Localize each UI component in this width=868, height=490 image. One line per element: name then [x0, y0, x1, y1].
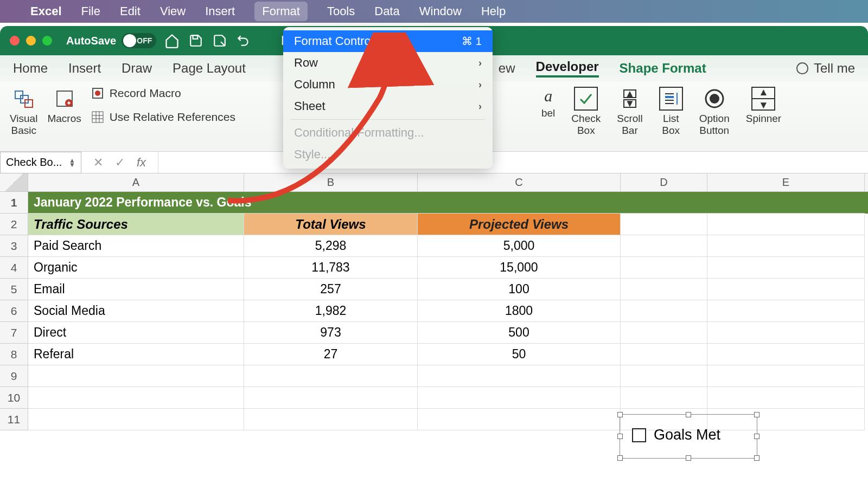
cell-b5[interactable]: 257: [244, 279, 418, 300]
row-header-7[interactable]: 7: [0, 322, 28, 344]
cell-d3[interactable]: [621, 235, 707, 257]
menu-tools[interactable]: Tools: [327, 4, 355, 18]
cell-d7[interactable]: [621, 322, 707, 344]
undo-icon[interactable]: [235, 33, 252, 49]
tab-view-truncated[interactable]: ew: [499, 61, 515, 76]
cell-b7[interactable]: 973: [244, 322, 418, 344]
cell-d1[interactable]: [621, 192, 707, 214]
label-control-truncated[interactable]: a bel: [541, 87, 555, 119]
tab-page-layout[interactable]: Page Layout: [173, 61, 246, 76]
tab-shape-format[interactable]: Shape Format: [620, 61, 706, 76]
menu-help[interactable]: Help: [481, 4, 506, 18]
cell-e2[interactable]: [707, 214, 865, 235]
col-header-d[interactable]: D: [621, 173, 707, 191]
cell-a7[interactable]: Direct: [28, 322, 244, 344]
cell-a6[interactable]: Social Media: [28, 300, 244, 322]
cell-d8[interactable]: [621, 344, 707, 365]
app-name[interactable]: Excel: [30, 4, 62, 18]
cell-a4[interactable]: Organic: [28, 257, 244, 279]
menuitem-sheet[interactable]: Sheet›: [283, 95, 493, 117]
cell-b3[interactable]: 5,298: [244, 235, 418, 257]
scrollbar-control-button[interactable]: ▲▼ Scroll Bar: [617, 87, 643, 137]
save-as-icon[interactable]: [212, 33, 228, 49]
name-box[interactable]: Check Bo... ▲▼: [0, 152, 81, 173]
tab-draw[interactable]: Draw: [122, 61, 152, 76]
cell-d2[interactable]: [621, 214, 707, 235]
menuitem-row[interactable]: Row›: [283, 52, 493, 74]
window-minimize-button[interactable]: [26, 36, 36, 46]
cell-d6[interactable]: [621, 300, 707, 322]
record-macro-button[interactable]: Record Macro: [91, 87, 235, 100]
accept-formula-icon[interactable]: ✓: [115, 156, 125, 170]
cell-e3[interactable]: [707, 235, 865, 257]
col-header-b[interactable]: B: [244, 173, 418, 191]
cell-c2[interactable]: Projected Views: [418, 214, 621, 235]
cell-b8[interactable]: 27: [244, 344, 418, 365]
cell-a1-title[interactable]: January 2022 Performance vs. Goals: [28, 192, 621, 214]
use-relative-references-button[interactable]: Use Relative References: [91, 111, 235, 124]
tab-insert[interactable]: Insert: [68, 61, 101, 76]
row-header-8[interactable]: 8: [0, 344, 28, 365]
checkbox-control-button[interactable]: Check Box: [571, 87, 601, 137]
visual-basic-button[interactable]: Visual Basic: [10, 87, 37, 137]
menu-data[interactable]: Data: [374, 4, 399, 18]
cell-a3[interactable]: Paid Search: [28, 235, 244, 257]
row-header-3[interactable]: 3: [0, 235, 28, 257]
tab-developer[interactable]: Developer: [536, 59, 599, 78]
row-header-10[interactable]: 10: [0, 387, 28, 409]
cell-c8[interactable]: 50: [418, 344, 621, 365]
tell-me[interactable]: Tell me: [796, 61, 855, 76]
cell-c5[interactable]: 100: [418, 279, 621, 300]
cell-c4[interactable]: 15,000: [418, 257, 621, 279]
home-icon[interactable]: [164, 33, 180, 49]
menuitem-column[interactable]: Column›: [283, 74, 493, 95]
col-header-a[interactable]: A: [28, 173, 244, 191]
row-header-11[interactable]: 11: [0, 409, 28, 430]
row-header-6[interactable]: 6: [0, 300, 28, 322]
menuitem-format-control[interactable]: Format Control... ⌘ 1: [283, 30, 493, 52]
cell-e7[interactable]: [707, 322, 865, 344]
cell-b2[interactable]: Total Views: [244, 214, 418, 235]
fx-icon[interactable]: fx: [137, 156, 146, 170]
row-header-9[interactable]: 9: [0, 365, 28, 387]
cell-e6[interactable]: [707, 300, 865, 322]
cell-e1[interactable]: [707, 192, 865, 214]
cell-a5[interactable]: Email: [28, 279, 244, 300]
cell-a2[interactable]: Traffic Sources: [28, 214, 244, 235]
menu-format[interactable]: Format: [254, 2, 308, 21]
cell-b4[interactable]: 11,783: [244, 257, 418, 279]
menu-window[interactable]: Window: [419, 4, 462, 18]
cell-d5[interactable]: [621, 279, 707, 300]
cancel-formula-icon[interactable]: ✕: [93, 156, 103, 170]
window-close-button[interactable]: [10, 36, 20, 46]
row-header-5[interactable]: 5: [0, 279, 28, 300]
option-control-button[interactable]: Option Button: [699, 87, 730, 137]
cell-b6[interactable]: 1,982: [244, 300, 418, 322]
select-all-corner[interactable]: [0, 173, 28, 191]
listbox-control-button[interactable]: List Box: [659, 87, 683, 137]
macros-button[interactable]: Macros: [47, 87, 81, 125]
menu-edit[interactable]: Edit: [120, 4, 141, 18]
cell-c7[interactable]: 500: [418, 322, 621, 344]
cell-e5[interactable]: [707, 279, 865, 300]
menu-file[interactable]: File: [81, 4, 100, 18]
menu-insert[interactable]: Insert: [205, 4, 235, 18]
cell-e4[interactable]: [707, 257, 865, 279]
checkbox-form-control[interactable]: Goals Met: [620, 414, 757, 459]
autosave-toggle[interactable]: AutoSave OFF: [66, 33, 156, 48]
window-zoom-button[interactable]: [42, 36, 52, 46]
checkbox-box-icon[interactable]: [632, 428, 646, 442]
formula-input[interactable]: [158, 152, 868, 173]
save-icon[interactable]: [188, 33, 204, 49]
cell-c6[interactable]: 1800: [418, 300, 621, 322]
menu-view[interactable]: View: [160, 4, 186, 18]
col-header-e[interactable]: E: [707, 173, 865, 191]
cell-e8[interactable]: [707, 344, 865, 365]
spinner-control-button[interactable]: ▲▼ Spinner: [746, 87, 782, 125]
cell-d4[interactable]: [621, 257, 707, 279]
tab-home[interactable]: Home: [13, 61, 48, 76]
row-header-2[interactable]: 2: [0, 214, 28, 235]
row-header-1[interactable]: 1: [0, 192, 28, 214]
cell-c3[interactable]: 5,000: [418, 235, 621, 257]
cell-a8[interactable]: Referal: [28, 344, 244, 365]
